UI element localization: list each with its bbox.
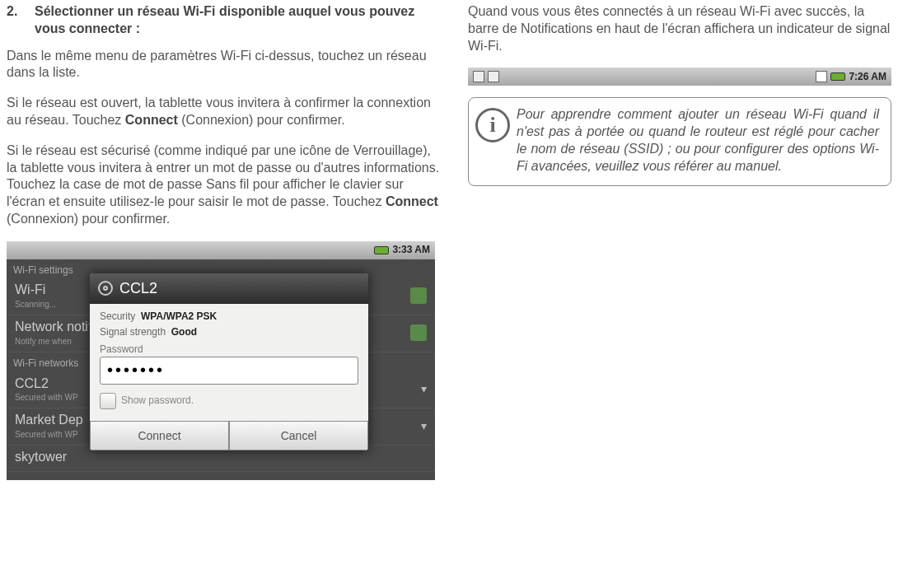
label: Market Dep — [15, 412, 83, 429]
notification-icon — [473, 71, 484, 82]
sd-icon — [816, 71, 827, 82]
label: skytower — [15, 449, 67, 466]
label: Signal strength — [100, 326, 166, 338]
sublabel: Secured with WP — [15, 429, 83, 440]
signal-row: Signal strength Good — [100, 326, 358, 339]
wifi-lock-icon: ▾ — [421, 418, 427, 433]
check-icon — [410, 324, 427, 341]
battery-icon — [830, 72, 845, 81]
text: (Connexion) pour confirmer. — [7, 212, 170, 226]
wifi-dialog-screenshot: 3:33 AM Wi-Fi settings Wi-Fi Scanning...… — [7, 241, 435, 480]
wifi-lock-icon: ▾ — [421, 381, 427, 396]
wifi-icon — [98, 281, 113, 296]
cancel-button[interactable]: Cancel — [229, 421, 368, 450]
label: Security — [100, 310, 135, 322]
text: (Connexion) pour confirmer. — [178, 113, 345, 127]
value: WPA/WPA2 PSK — [141, 310, 217, 322]
sublabel: Scanning... — [15, 299, 56, 310]
show-password-checkbox[interactable] — [100, 393, 116, 409]
info-text: Pour apprendre comment ajouter un réseau… — [517, 107, 879, 172]
step-title: Sélectionner un réseau Wi-Fi disponible … — [35, 3, 443, 38]
dialog-title-bar: CCL2 — [90, 273, 368, 304]
paragraph-secure-network: Si le réseau est sécurisé (comme indiqué… — [7, 142, 443, 228]
step-number: 2. — [7, 3, 35, 38]
check-icon — [410, 287, 427, 304]
paragraph-intro: Dans le même menu de paramètres Wi-Fi ci… — [7, 48, 443, 82]
connect-button[interactable]: Connect — [90, 421, 229, 450]
show-password-label: Show password. — [121, 394, 194, 408]
connect-bold: Connect — [125, 113, 178, 127]
status-bar: 3:33 AM — [7, 241, 435, 259]
info-callout: i Pour apprendre comment ajouter un rése… — [468, 97, 891, 185]
paragraph-success: Quand vous vous êtes connectés à un rése… — [468, 3, 891, 54]
text: Si le réseau est sécurisé (comme indiqué… — [7, 143, 439, 208]
sublabel: Secured with WP — [15, 392, 78, 403]
clock: 7:26 AM — [849, 71, 886, 84]
security-row: Security WPA/WPA2 PSK — [100, 310, 358, 324]
battery-icon — [374, 246, 389, 254]
label: CCL2 — [15, 376, 78, 393]
clock: 3:33 AM — [392, 244, 430, 257]
label: Wi-Fi — [15, 282, 56, 299]
info-icon: i — [475, 108, 510, 142]
password-label: Password — [100, 343, 358, 357]
dialog-title: CCL2 — [119, 279, 157, 298]
value: Good — [171, 326, 197, 338]
paragraph-open-network: Si le réseau est ouvert, la tablette vou… — [7, 95, 443, 129]
password-input[interactable] — [100, 357, 358, 385]
connect-dialog: CCL2 Security WPA/WPA2 PSK Signal streng… — [89, 273, 369, 451]
notification-icon — [488, 71, 499, 82]
connect-bold: Connect — [386, 194, 438, 208]
status-bar-example: 7:26 AM — [468, 68, 891, 86]
